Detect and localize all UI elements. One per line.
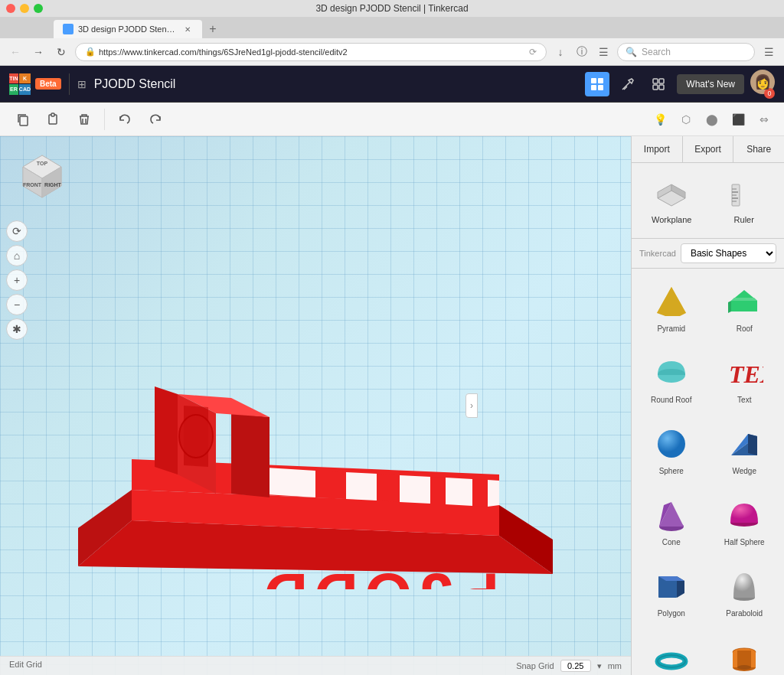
header-separator bbox=[69, 73, 70, 95]
category-select[interactable]: Basic Shapes bbox=[681, 243, 776, 263]
svg-rect-6 bbox=[653, 85, 658, 90]
undo-button[interactable] bbox=[111, 106, 139, 133]
round-roof-icon bbox=[652, 353, 691, 393]
text-label: Text bbox=[737, 396, 751, 404]
minimize-traffic-light[interactable] bbox=[20, 4, 29, 13]
svg-rect-3 bbox=[598, 85, 603, 90]
flip-icon[interactable]: ⇔ bbox=[753, 109, 775, 130]
shape-roof[interactable]: Roof bbox=[711, 275, 779, 340]
logo-cad: CAD bbox=[19, 84, 31, 95]
redo-button[interactable] bbox=[142, 106, 169, 133]
view-grid-button[interactable] bbox=[585, 72, 609, 96]
svg-marker-35 bbox=[155, 386, 178, 474]
logo-block: TIN K ER CAD Beta bbox=[9, 73, 61, 95]
svg-rect-0 bbox=[591, 78, 596, 83]
edit-grid-label[interactable]: Edit Grid bbox=[9, 660, 42, 672]
info-icon[interactable]: ⓘ bbox=[573, 43, 591, 61]
unit-label: mm bbox=[608, 661, 622, 670]
paste-button[interactable] bbox=[40, 106, 67, 133]
shape-cone[interactable]: Cone bbox=[638, 488, 705, 553]
shape-tube[interactable]: Tube bbox=[711, 631, 779, 675]
group-button[interactable] bbox=[646, 72, 671, 96]
pentagon-icon[interactable]: ⬡ bbox=[675, 109, 697, 130]
download-icon[interactable]: ↓ bbox=[551, 43, 570, 61]
svg-rect-5 bbox=[659, 79, 664, 83]
refresh-button[interactable]: ↻ bbox=[52, 43, 70, 61]
svg-marker-32 bbox=[231, 413, 270, 497]
panel-actions: Import Export Share bbox=[632, 136, 784, 163]
import-button[interactable]: Import bbox=[632, 136, 683, 162]
svg-marker-49 bbox=[657, 287, 686, 316]
panel-toggle-button[interactable]: › bbox=[466, 393, 478, 418]
shapes-grid: Pyramid Roof bbox=[632, 269, 784, 675]
cylinder-icon[interactable]: ⬤ bbox=[701, 109, 723, 130]
back-button[interactable]: ← bbox=[6, 43, 24, 61]
align-left-icon[interactable]: ⬛ bbox=[727, 109, 749, 130]
tools-button[interactable] bbox=[616, 72, 640, 96]
copy-button[interactable] bbox=[9, 106, 37, 133]
shape-half-sphere[interactable]: Half Sphere bbox=[711, 488, 779, 553]
category-row: Tinkercad Basic Shapes bbox=[632, 239, 784, 269]
snap-dropdown-icon[interactable]: ▾ bbox=[597, 661, 602, 671]
svg-text:PJODD: PJODD bbox=[257, 561, 499, 589]
shape-pyramid[interactable]: Pyramid bbox=[638, 275, 705, 340]
svg-text:TEXT: TEXT bbox=[729, 360, 763, 388]
export-button[interactable]: Export bbox=[683, 136, 734, 162]
new-tab-button[interactable]: + bbox=[204, 20, 222, 38]
app-header: TIN K ER CAD Beta ⊞ PJODD Stencil bbox=[0, 66, 784, 103]
maximize-traffic-light[interactable] bbox=[34, 4, 43, 13]
light-bulb-icon[interactable]: 💡 bbox=[649, 109, 671, 130]
svg-marker-27 bbox=[400, 475, 430, 504]
workplane-tool[interactable]: Workplane bbox=[639, 171, 704, 230]
whats-new-button[interactable]: What's New bbox=[677, 74, 744, 94]
pyramid-icon bbox=[652, 282, 691, 321]
active-tab[interactable]: 3D design PJODD Stencil | Ti... ✕ bbox=[54, 20, 202, 38]
shape-sphere[interactable]: Sphere bbox=[638, 417, 705, 482]
shape-paraboloid[interactable]: Paraboloid bbox=[711, 559, 779, 624]
panel-tools: Workplane Ruler bbox=[632, 163, 784, 239]
shape-torus[interactable]: Torus bbox=[638, 631, 705, 675]
svg-rect-8 bbox=[20, 116, 28, 126]
project-name[interactable]: PJODD Stencil bbox=[94, 77, 176, 91]
extensions-icon[interactable]: ☰ bbox=[594, 43, 612, 61]
ruler-tool[interactable]: Ruler bbox=[712, 171, 777, 230]
shape-text[interactable]: TEXT Text bbox=[711, 346, 779, 411]
svg-point-73 bbox=[737, 665, 751, 670]
tube-icon bbox=[724, 638, 764, 675]
svg-marker-24 bbox=[315, 471, 346, 499]
snap-value-input[interactable] bbox=[560, 660, 591, 672]
viewport[interactable]: TOP FRONT RIGHT ⟳ ⌂ + − ✱ bbox=[0, 136, 631, 675]
close-traffic-light[interactable] bbox=[6, 4, 15, 13]
round-roof-label: Round Roof bbox=[651, 396, 691, 404]
roof-icon bbox=[724, 282, 764, 321]
half-sphere-label: Half Sphere bbox=[724, 538, 765, 546]
shape-round-roof[interactable]: Round Roof bbox=[638, 346, 705, 411]
workplane-icon bbox=[655, 177, 688, 210]
ruler-icon bbox=[727, 177, 761, 210]
torus-icon bbox=[652, 638, 691, 675]
paraboloid-icon bbox=[724, 566, 764, 606]
svg-rect-2 bbox=[591, 85, 596, 90]
toolbar-separator-1 bbox=[104, 109, 105, 130]
status-bar: Edit Grid Snap Grid ▾ mm bbox=[0, 656, 631, 675]
svg-marker-58 bbox=[748, 434, 757, 455]
shape-wedge[interactable]: Wedge bbox=[711, 417, 779, 482]
forward-button[interactable]: → bbox=[29, 43, 47, 61]
snap-grid-label: Snap Grid bbox=[516, 661, 554, 670]
search-bar[interactable]: 🔍 Search bbox=[617, 43, 755, 61]
tab-close-button[interactable]: ✕ bbox=[182, 24, 193, 34]
url-bar[interactable]: 🔒 https://www.tinkercad.com/things/6SJre… bbox=[75, 43, 547, 61]
delete-button[interactable] bbox=[70, 106, 98, 133]
svg-rect-1 bbox=[598, 78, 603, 83]
main-area: TOP FRONT RIGHT ⟳ ⌂ + − ✱ bbox=[0, 136, 784, 675]
user-menu[interactable]: 👩 0 bbox=[750, 70, 775, 99]
traffic-lights bbox=[6, 4, 43, 13]
toolbar-right: 💡 ⬡ ⬤ ⬛ ⇔ bbox=[649, 109, 775, 130]
menu-icon[interactable]: ☰ bbox=[760, 43, 778, 61]
shape-polygon[interactable]: Polygon bbox=[638, 559, 705, 624]
svg-marker-30 bbox=[472, 479, 488, 507]
svg-rect-4 bbox=[653, 79, 658, 83]
tab-bar: 3D design PJODD Stencil | Ti... ✕ + bbox=[0, 17, 784, 38]
share-button[interactable]: Share bbox=[733, 136, 784, 162]
status-right: Snap Grid ▾ mm bbox=[516, 660, 622, 672]
